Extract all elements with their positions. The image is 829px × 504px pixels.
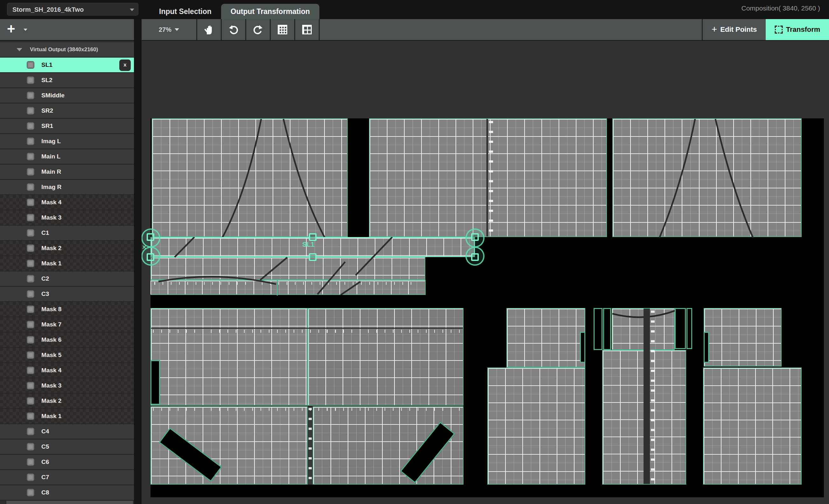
- slice-row-sr2[interactable]: SR2: [0, 103, 134, 119]
- slice-enable-checkbox[interactable]: [27, 351, 34, 359]
- slice-enable-checkbox[interactable]: [27, 138, 34, 145]
- slice-row-smiddle[interactable]: SMiddle: [0, 88, 134, 103]
- output-panel-bl-upper-left[interactable]: [150, 308, 308, 406]
- resize-handle-bottom-right[interactable]: [471, 253, 479, 261]
- slice-enable-checkbox[interactable]: [27, 183, 34, 191]
- slice-enable-checkbox[interactable]: [27, 199, 34, 206]
- slice-row-c5[interactable]: C5: [0, 439, 134, 455]
- redo-button[interactable]: [246, 19, 271, 40]
- split-view-button[interactable]: [295, 19, 320, 40]
- slice-enable-checkbox[interactable]: [27, 397, 34, 405]
- slice-row-sr1[interactable]: SR1: [0, 119, 134, 134]
- resize-handle-bottom-left[interactable]: [147, 253, 154, 261]
- slice-enable-checkbox[interactable]: [27, 153, 34, 160]
- tab-output-transformation[interactable]: Output Transformation: [221, 4, 319, 19]
- edit-points-button[interactable]: + Edit Points: [702, 19, 766, 40]
- slice-row-c2[interactable]: C2: [0, 272, 134, 287]
- slice-enable-checkbox[interactable]: [27, 428, 34, 435]
- virtual-output-group-header[interactable]: Virtual Output (3840x2160): [0, 42, 134, 58]
- output-panel-top-middle[interactable]: [369, 118, 607, 237]
- resize-handle-top-left[interactable]: [147, 233, 154, 241]
- resize-handle-top-center[interactable]: [309, 233, 317, 241]
- tab-input-selection[interactable]: Input Selection: [149, 4, 221, 19]
- slice-enable-checkbox[interactable]: [27, 382, 34, 390]
- slice-row-mask-4[interactable]: Mask 4: [0, 363, 134, 378]
- slice-enable-checkbox[interactable]: [27, 290, 34, 298]
- resize-handle-bottom-center[interactable]: [309, 253, 317, 261]
- slice-list: Virtual Output (3840x2160) SL1xSL2SMiddl…: [0, 41, 134, 504]
- slice-enable-checkbox[interactable]: [27, 76, 34, 84]
- slice-enable-checkbox[interactable]: [27, 443, 34, 451]
- mask-bar[interactable]: [675, 308, 686, 349]
- rotation-anchor-marker[interactable]: ×: [142, 243, 146, 251]
- slice-row-mask-3[interactable]: Mask 3: [0, 378, 134, 394]
- slice-row-mask-6[interactable]: Mask 6: [0, 332, 134, 348]
- slice-enable-checkbox[interactable]: [27, 92, 34, 99]
- slice-row-sl1[interactable]: SL1x: [0, 58, 134, 73]
- resize-handle-top-right[interactable]: [471, 233, 479, 241]
- mask-bar[interactable]: [686, 308, 692, 349]
- slice-row-c3[interactable]: C3: [0, 287, 134, 302]
- slice-enable-checkbox[interactable]: [27, 107, 34, 114]
- slice-row-mask-4[interactable]: Mask 4: [0, 195, 134, 210]
- mask-bar[interactable]: [603, 308, 611, 350]
- slice-row-sl2[interactable]: SL2: [0, 73, 134, 88]
- show-grid-button[interactable]: [271, 19, 295, 40]
- output-canvas[interactable]: × SL1: [142, 41, 829, 504]
- mask-notch[interactable]: [704, 332, 709, 363]
- slice-enable-checkbox[interactable]: [27, 168, 34, 176]
- add-slice-button[interactable]: +: [7, 22, 29, 38]
- delete-slice-button[interactable]: x: [119, 60, 131, 71]
- mask-bar[interactable]: [150, 360, 160, 405]
- slice-enable-checkbox[interactable]: [27, 275, 34, 283]
- slice-row-imag-l[interactable]: Imag L: [0, 134, 134, 149]
- slice-row-c7[interactable]: C7: [0, 470, 134, 485]
- slice-row-c6[interactable]: C6: [0, 455, 134, 470]
- slice-enable-checkbox[interactable]: [27, 321, 34, 328]
- pan-tool-button[interactable]: [197, 19, 222, 40]
- slice-enable-checkbox[interactable]: [27, 473, 34, 481]
- slice-row-mask-7[interactable]: Mask 7: [0, 317, 134, 332]
- slice-row-mask-2[interactable]: Mask 2: [0, 241, 134, 256]
- slice-row-main-r[interactable]: Main R: [0, 165, 134, 180]
- top-bar: Storm_SH_2016_4kTwo Input Selection Outp…: [0, 0, 829, 19]
- output-panel-br-bottom-right[interactable]: [703, 367, 802, 484]
- slice-row-c8[interactable]: C8: [0, 485, 134, 501]
- output-panel-top-right[interactable]: [612, 118, 802, 237]
- transform-button[interactable]: Transform: [766, 19, 829, 40]
- slice-enable-checkbox[interactable]: [27, 229, 34, 237]
- slice-enable-checkbox[interactable]: [27, 61, 34, 69]
- slice-row-imag-r[interactable]: Imag R: [0, 180, 134, 195]
- mask-notch[interactable]: [580, 332, 585, 363]
- slice-row-main-l[interactable]: Main L: [0, 149, 134, 165]
- slice-enable-checkbox[interactable]: [27, 412, 34, 420]
- slice-enable-checkbox[interactable]: [27, 366, 34, 374]
- slice-row-mask-1[interactable]: Mask 1: [0, 256, 134, 272]
- slice-row-c4[interactable]: C4: [0, 424, 134, 439]
- slice-enable-checkbox[interactable]: [27, 260, 34, 267]
- slice-enable-checkbox[interactable]: [27, 305, 34, 313]
- slice-enable-checkbox[interactable]: [27, 458, 34, 466]
- zoom-level-dropdown[interactable]: 27%: [142, 19, 197, 40]
- slice-row-mask-5[interactable]: Mask 5: [0, 348, 134, 363]
- slice-row-label: Mask 4: [41, 367, 61, 374]
- slice-row-mask-3[interactable]: Mask 3: [0, 210, 134, 226]
- preset-dropdown[interactable]: Storm_SH_2016_4kTwo: [7, 3, 138, 15]
- slice-row-mask-8[interactable]: Mask 8: [0, 302, 134, 317]
- output-panel-br-top-left[interactable]: [506, 308, 585, 367]
- slice-enable-checkbox[interactable]: [27, 214, 34, 221]
- output-panel-br-bottom-left[interactable]: [488, 367, 585, 484]
- slice-enable-checkbox[interactable]: [27, 122, 34, 130]
- slice-enable-checkbox[interactable]: [27, 336, 34, 344]
- slice-enable-checkbox[interactable]: [27, 489, 34, 496]
- output-panel-top-left[interactable]: [152, 118, 348, 237]
- slice-row-c1[interactable]: C1: [0, 226, 134, 241]
- slice-row-mask-1[interactable]: Mask 1: [0, 409, 134, 424]
- slice-row-mask-2[interactable]: Mask 2: [0, 394, 134, 409]
- output-panel-br-center-upper[interactable]: [612, 308, 675, 350]
- undo-button[interactable]: [222, 19, 246, 40]
- output-panel-bl-upper-right[interactable]: [308, 308, 464, 406]
- slice-enable-checkbox[interactable]: [27, 244, 34, 252]
- mask-bar[interactable]: [593, 308, 603, 350]
- output-panel-br-top-right[interactable]: [704, 308, 782, 366]
